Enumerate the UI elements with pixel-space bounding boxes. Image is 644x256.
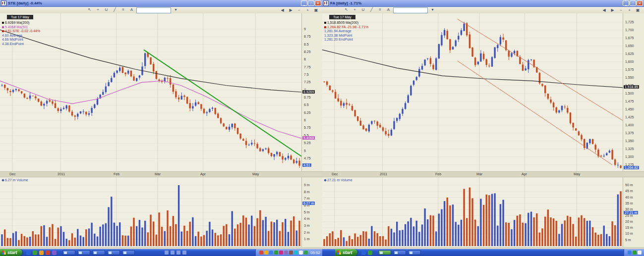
month-label: Mar (476, 172, 482, 176)
price-chart-left[interactable]: Tue 17 May 6.9269 Ma(200)5.4068 Ma(50)4.… (0, 13, 301, 171)
tray-network-icon[interactable] (633, 251, 637, 255)
tray-app-icon[interactable] (284, 251, 288, 255)
text-tool-icon[interactable]: A (385, 7, 392, 13)
symbol-dropdown-icon[interactable]: ▾ (172, 7, 179, 13)
maximize-button[interactable]: □ (630, 0, 636, 6)
price-tick-label: 1,500 (625, 92, 634, 95)
trendline-tool-icon[interactable]: ╱ (111, 7, 118, 13)
toolbar-shortcut-icon[interactable] (182, 251, 186, 255)
price-badge: 4.51 (302, 163, 311, 167)
fibonacci-tool-icon[interactable]: ≡ (119, 7, 127, 13)
crosshair-tool-icon[interactable]: + (351, 7, 358, 13)
crosshair-date-box: Tue 17 May (7, 15, 33, 19)
quicklaunch-mail-icon[interactable] (52, 251, 57, 255)
tray-language-icon[interactable] (638, 251, 642, 255)
legend-bullet-icon (324, 22, 326, 24)
legend-line: 1,323.38 MidPoint (324, 34, 368, 38)
tray-app-icon[interactable] (294, 251, 298, 255)
volume-tick-label: 4 m (304, 217, 310, 220)
maximize-button[interactable]: □ (308, 0, 314, 6)
taskbar-task-button[interactable] (393, 250, 406, 255)
volume-chart-canvas[interactable] (0, 177, 301, 247)
legend-line: 4.38 EndPoint (2, 42, 40, 47)
quicklaunch-folder-icon[interactable] (39, 251, 44, 255)
minimize-button[interactable]: _ (623, 0, 629, 6)
close-button[interactable]: ✕ (315, 0, 321, 6)
price-axis-left[interactable]: 4.7555.255.55.7566.256.56.7577.257.57.75… (301, 13, 322, 171)
windows-logo-icon (2, 251, 6, 255)
cursor-tool-icon[interactable]: ↖ (86, 7, 93, 13)
taskbar-task-button[interactable] (92, 250, 105, 255)
window-title: STE [daily] -0.44% (8, 1, 301, 5)
price-tick-label: 1,325 (625, 147, 634, 151)
tray-antivirus-icon[interactable] (259, 251, 263, 255)
fibonacci-tool-icon[interactable]: ≡ (376, 7, 384, 13)
price-axis-right[interactable]: 1,2751,3001,3251,3501,3751,4001,4251,450… (623, 13, 644, 171)
tray-network-icon[interactable] (274, 251, 278, 255)
date-axis-right[interactable]: Dec2011FebMarAprMay (322, 171, 644, 177)
toolbar-shortcut-icon[interactable] (165, 251, 169, 255)
taskbar-task-button[interactable] (62, 250, 75, 255)
quicklaunch-media-icon[interactable] (46, 251, 50, 255)
taskbar-task-button[interactable] (107, 250, 120, 255)
tray-update-icon[interactable] (264, 251, 268, 255)
volume-tick-label: 5 m (625, 238, 631, 242)
volume-axis-right[interactable]: 5 m10 m15 m20 m25 m30 m35 m40 m45 m50 m2… (623, 177, 644, 247)
volume-label: 27.21 m Volume (324, 178, 352, 182)
windows-logo-icon (337, 251, 341, 255)
symbol-input[interactable] (393, 7, 428, 13)
price-tick-label: 1,425 (625, 115, 634, 119)
price-tick-label: 5 (304, 149, 306, 153)
tray-messenger-icon[interactable] (269, 251, 273, 255)
taskbar-clock[interactable]: 05:52 (310, 251, 320, 255)
quicklaunch-browser-icon[interactable] (361, 251, 366, 255)
price-tick-label: 7.25 (304, 80, 311, 84)
tray-app-icon[interactable] (279, 251, 283, 255)
volume-axis-left[interactable]: 1 m2 m3 m4 m5 m6 m7 m8 m9 m6.27 m (301, 177, 322, 247)
tray-volume-icon[interactable] (299, 251, 303, 255)
volume-chart-right[interactable]: 27.21 m Volume (322, 177, 623, 247)
text-tool-icon[interactable]: A (128, 7, 135, 13)
symbol-input[interactable] (136, 7, 171, 13)
crosshair-tool-icon[interactable]: + (94, 7, 102, 13)
volume-tick-label: 45 m (625, 189, 633, 193)
titlebar-right[interactable]: FA [daily] -1.71% _ □ ✕ (322, 0, 644, 7)
taskbar-task-button[interactable] (378, 250, 391, 255)
tray-messenger-icon[interactable] (628, 251, 632, 255)
cursor-tool-icon[interactable]: ↖ (343, 7, 350, 13)
month-label: Feb (114, 172, 119, 176)
taskbar-task-button[interactable] (122, 250, 135, 255)
price-tick-label: 1,450 (625, 107, 634, 111)
close-button[interactable]: ✕ (637, 0, 643, 6)
legend-line: 6.9269 Ma(200) (2, 21, 40, 25)
toolbar-shortcut-icon[interactable] (171, 251, 175, 255)
toolbar-shortcut-icon[interactable] (176, 251, 180, 255)
price-chart-right[interactable]: Tue 17 May 1,518.8505 Ma(200)1,264.82 FA… (322, 13, 623, 171)
volume-chart-left[interactable]: 6.27 m Volume (0, 177, 301, 247)
tray-app-icon[interactable] (304, 251, 308, 255)
minimize-button[interactable]: _ (301, 0, 307, 6)
price-tick-label: 1,675 (625, 36, 634, 40)
tray-app-icon[interactable] (289, 251, 293, 255)
start-button[interactable]: start (0, 249, 22, 256)
trendline-tool-icon[interactable]: ╱ (368, 7, 375, 13)
volume-badge: 27.21 m (624, 211, 638, 214)
price-tick-label: 1,400 (625, 123, 634, 127)
symbol-dropdown-icon[interactable]: ▾ (429, 7, 436, 13)
start-button[interactable]: start (335, 249, 357, 256)
magnet-tool-icon[interactable]: U (359, 7, 367, 13)
volume-tick-label: 5 m (304, 210, 310, 214)
price-tick-label: 1,350 (625, 139, 634, 143)
date-axis-left[interactable]: Dec2011FebMarAprMay (0, 171, 322, 177)
price-tick-label: 1,650 (625, 44, 634, 48)
magnet-tool-icon[interactable]: U (103, 7, 110, 13)
taskbar-task-button[interactable] (408, 250, 421, 255)
titlebar-left[interactable]: STE [daily] -0.44% _ □ ✕ (0, 0, 322, 7)
quicklaunch-browser-icon[interactable] (26, 251, 31, 255)
taskbar-task-button[interactable] (77, 250, 90, 255)
price-chart-canvas[interactable] (0, 13, 301, 171)
quicklaunch-desktop-icon[interactable] (368, 251, 372, 255)
quicklaunch-desktop-icon[interactable] (33, 251, 37, 255)
volume-chart-canvas[interactable] (322, 177, 623, 247)
volume-tick-label: 40 m (625, 196, 633, 199)
